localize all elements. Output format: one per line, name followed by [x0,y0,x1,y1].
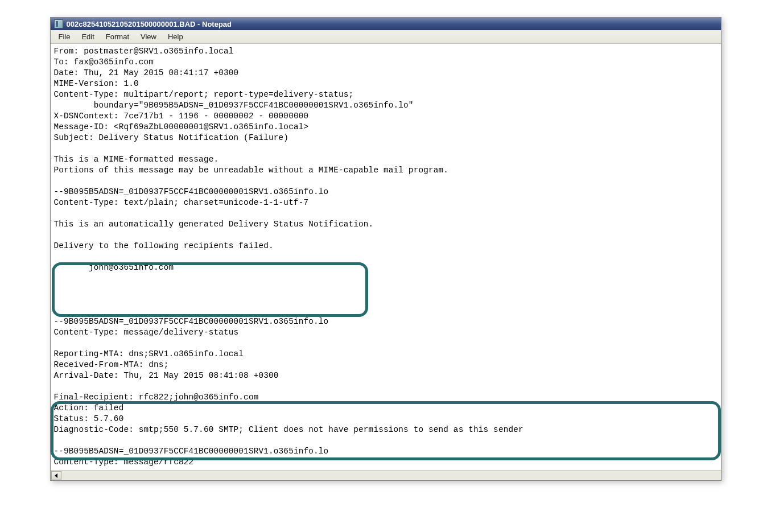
menu-file[interactable]: File [54,31,75,42]
menu-format[interactable]: Format [101,31,134,42]
notepad-icon [54,19,63,28]
text-content[interactable]: From: postmaster@SRV1.o365info.local To:… [53,45,719,469]
content-area[interactable]: From: postmaster@SRV1.o365info.local To:… [51,44,721,470]
menubar: File Edit Format View Help [51,30,721,44]
notepad-window: 002c82541052105201500000001.BAD - Notepa… [50,17,721,481]
window-title: 002c82541052105201500000001.BAD - Notepa… [67,20,232,28]
titlebar[interactable]: 002c82541052105201500000001.BAD - Notepa… [51,18,721,30]
menu-view[interactable]: View [136,31,161,42]
menu-edit[interactable]: Edit [77,31,98,42]
horizontal-scrollbar[interactable] [51,470,721,480]
menu-help[interactable]: Help [163,31,188,42]
scroll-left-button[interactable] [51,471,61,480]
